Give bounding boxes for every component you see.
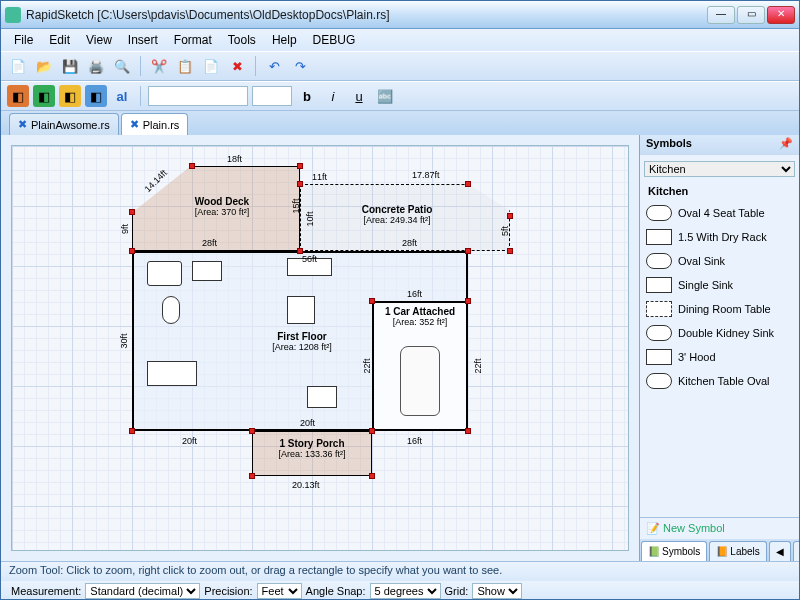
vertex-handle[interactable] xyxy=(465,298,471,304)
menu-debug[interactable]: DEBUG xyxy=(306,31,363,49)
open-icon[interactable]: 📂 xyxy=(33,55,55,77)
concrete-patio-label: Concrete Patio[Area: 249.34 ft²] xyxy=(322,204,472,225)
save-icon[interactable]: 💾 xyxy=(59,55,81,77)
vertex-handle[interactable] xyxy=(507,248,513,254)
measurement-select[interactable]: Standard (decimal) xyxy=(85,583,200,599)
underline-icon[interactable]: u xyxy=(348,85,370,107)
vertex-handle[interactable] xyxy=(369,473,375,479)
dimension: 11ft xyxy=(312,172,327,182)
vertex-handle[interactable] xyxy=(129,428,135,434)
cut-icon[interactable]: ✂️ xyxy=(148,55,170,77)
canvas-wrap: Wood Deck[Area: 370 ft²] Concrete Patio[… xyxy=(1,135,639,561)
dimension: 30ft xyxy=(119,333,129,348)
minimize-button[interactable]: — xyxy=(707,6,735,24)
status-bar: Zoom Tool: Click to zoom, right click to… xyxy=(1,561,799,581)
dimension: 15ft xyxy=(291,198,301,213)
vertex-handle[interactable] xyxy=(465,248,471,254)
symbol-item[interactable]: Double Kidney Sink xyxy=(644,321,795,345)
pin-icon[interactable]: 📌 xyxy=(779,137,793,153)
paste-icon[interactable]: 📄 xyxy=(200,55,222,77)
grid-label: Grid: xyxy=(445,585,469,597)
furniture-item xyxy=(287,296,315,324)
symbol-item[interactable]: 1.5 With Dry Rack xyxy=(644,225,795,249)
vertex-handle[interactable] xyxy=(249,473,255,479)
anglesnap-label: Angle Snap: xyxy=(306,585,366,597)
symbol-item[interactable]: Dining Room Table xyxy=(644,297,795,321)
dimension: 28ft xyxy=(402,238,417,248)
copy-icon[interactable]: 📋 xyxy=(174,55,196,77)
symbol-item[interactable]: Kitchen Table Oval xyxy=(644,369,795,393)
tab-plain[interactable]: ✖Plain.rs xyxy=(121,113,189,135)
side-tab-symbols[interactable]: 📗Symbols xyxy=(641,541,707,561)
precision-select[interactable]: Feet xyxy=(257,583,302,599)
symbol-item[interactable]: Oval Sink xyxy=(644,249,795,273)
redo-icon[interactable]: ↷ xyxy=(289,55,311,77)
text-label-icon[interactable]: al xyxy=(111,85,133,107)
italic-icon[interactable]: i xyxy=(322,85,344,107)
vertex-handle[interactable] xyxy=(249,428,255,434)
new-symbol-link[interactable]: 📝 New Symbol xyxy=(640,518,799,539)
dimension: 9ft xyxy=(120,224,130,234)
color2-icon[interactable]: ◧ xyxy=(33,85,55,107)
color1-icon[interactable]: ◧ xyxy=(7,85,29,107)
category-select[interactable]: Kitchen xyxy=(644,161,795,177)
app-icon xyxy=(5,7,21,23)
bold-icon[interactable]: b xyxy=(296,85,318,107)
vertex-handle[interactable] xyxy=(189,163,195,169)
menu-format[interactable]: Format xyxy=(167,31,219,49)
toolbar-format: ◧ ◧ ◧ ◧ al b i u 🔤 xyxy=(1,81,799,111)
menu-help[interactable]: Help xyxy=(265,31,304,49)
car-symbol xyxy=(400,346,440,416)
vertex-handle[interactable] xyxy=(465,181,471,187)
font-color-icon[interactable]: 🔤 xyxy=(374,85,396,107)
side-tab-labels[interactable]: 📙Labels xyxy=(709,541,766,561)
dimension: 28ft xyxy=(202,238,217,248)
anglesnap-select[interactable]: 5 degrees xyxy=(370,583,441,599)
vertex-handle[interactable] xyxy=(465,428,471,434)
tab-plainawsome[interactable]: ✖PlainAwsome.rs xyxy=(9,113,119,135)
color3-icon[interactable]: ◧ xyxy=(59,85,81,107)
vertex-handle[interactable] xyxy=(129,209,135,215)
first-floor-label: First Floor[Area: 1208 ft²] xyxy=(242,331,362,352)
vertex-handle[interactable] xyxy=(297,163,303,169)
title-bar: RapidSketch [C:\Users\pdavis\Documents\O… xyxy=(1,1,799,29)
delete-icon[interactable]: ✖ xyxy=(226,55,248,77)
symbol-item[interactable]: 3' Hood xyxy=(644,345,795,369)
dimension: 22ft xyxy=(362,358,372,373)
vertex-handle[interactable] xyxy=(369,298,375,304)
menu-edit[interactable]: Edit xyxy=(42,31,77,49)
menu-file[interactable]: File xyxy=(7,31,40,49)
font-family-input[interactable] xyxy=(148,86,248,106)
menu-tools[interactable]: Tools xyxy=(221,31,263,49)
undo-icon[interactable]: ↶ xyxy=(263,55,285,77)
scroll-left-icon[interactable]: ◀ xyxy=(769,541,791,561)
vertex-handle[interactable] xyxy=(507,213,513,219)
color4-icon[interactable]: ◧ xyxy=(85,85,107,107)
garage-label: 1 Car Attached[Area: 352 ft²] xyxy=(372,306,468,327)
new-icon[interactable]: 📄 xyxy=(7,55,29,77)
tab-label: Plain.rs xyxy=(143,119,180,131)
menu-view[interactable]: View xyxy=(79,31,119,49)
document-tabs: ✖PlainAwsome.rs ✖Plain.rs xyxy=(1,111,799,135)
menu-insert[interactable]: Insert xyxy=(121,31,165,49)
symbol-list: Oval 4 Seat Table 1.5 With Dry Rack Oval… xyxy=(640,201,799,517)
dimension: 10ft xyxy=(305,211,315,226)
font-size-input[interactable] xyxy=(252,86,292,106)
vertex-handle[interactable] xyxy=(129,248,135,254)
furniture-item xyxy=(307,386,337,408)
symbol-item[interactable]: Single Sink xyxy=(644,273,795,297)
print-icon[interactable]: 🖨️ xyxy=(85,55,107,77)
vertex-handle[interactable] xyxy=(369,428,375,434)
dimension: 5ft xyxy=(500,226,510,236)
symbol-item[interactable]: Oval 4 Seat Table xyxy=(644,201,795,225)
main-area: Wood Deck[Area: 370 ft²] Concrete Patio[… xyxy=(1,135,799,561)
drawing-canvas[interactable]: Wood Deck[Area: 370 ft²] Concrete Patio[… xyxy=(11,145,629,551)
preview-icon[interactable]: 🔍 xyxy=(111,55,133,77)
scroll-right-icon[interactable]: ▶ xyxy=(793,541,800,561)
vertex-handle[interactable] xyxy=(297,181,303,187)
grid-select[interactable]: Show xyxy=(472,583,522,599)
close-button[interactable]: ✕ xyxy=(767,6,795,24)
measurement-label: Measurement: xyxy=(11,585,81,597)
dimension: 20.13ft xyxy=(292,480,320,490)
maximize-button[interactable]: ▭ xyxy=(737,6,765,24)
